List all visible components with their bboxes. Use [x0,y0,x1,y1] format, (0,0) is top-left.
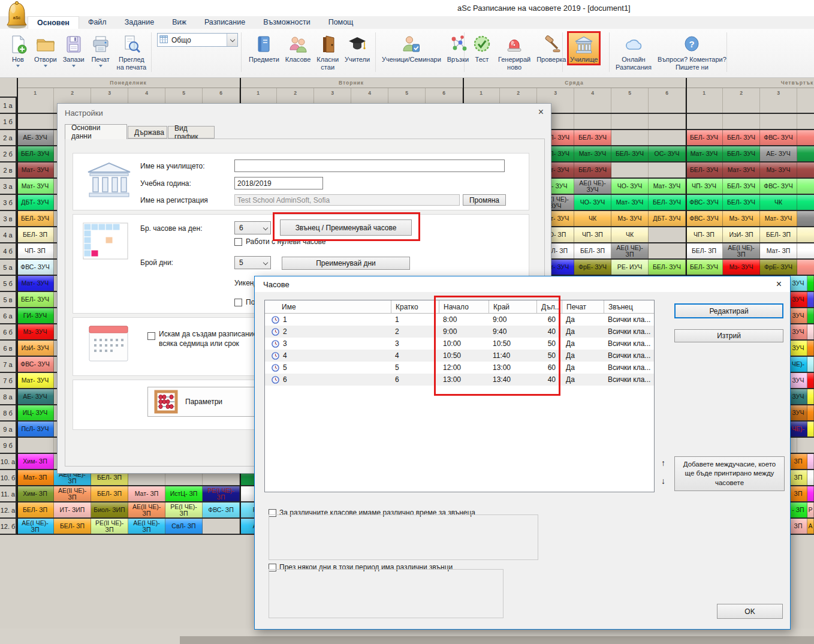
timetable-cell[interactable]: ЧП- ЗП [17,243,54,258]
door-button[interactable]: Класни стаи [313,31,342,73]
show-checkbox[interactable] [234,299,242,306]
timetable-cell[interactable] [807,324,814,339]
menu-tab-2[interactable]: Файл [79,16,116,29]
siren-button[interactable]: Генерирай ново [495,31,533,73]
timetable-cell[interactable]: ЧК [574,211,611,226]
timetable-cell[interactable]: ЧП- ЗУЧ [686,179,723,194]
question-button[interactable]: ?Въпроси? Коментари? Пишете ни [655,31,729,73]
timetable-cell[interactable]: - ЗП [789,502,807,517]
timetable-cell[interactable]: ЗУЧ [789,389,807,404]
timetable-cell[interactable]: БЕЛ- ЗУЧ [723,195,760,210]
timetable-cell[interactable] [807,486,814,501]
timetable-cell[interactable]: А [807,519,814,534]
timetable-cell[interactable]: АЕ(I ЧЕ)- ЗП [723,243,760,258]
timetable-cell[interactable]: БЕЛ- ЗУЧ [686,130,723,145]
hours-column-header[interactable]: Кратко [391,300,439,314]
timetable-cell[interactable]: Мат- ЗП [17,470,54,485]
timetable-cell[interactable] [797,227,814,242]
timetable-cell[interactable]: ИстЦ- ЗП [165,486,203,501]
timetable-cell[interactable]: АЕ- ЗУЧ [17,130,54,145]
timetable-cell[interactable]: Хим- ЗП [17,486,54,501]
add-break-button[interactable]: Добавете междучасие, което ще бъде принт… [674,456,785,491]
timetable-cell[interactable]: АЕ(I ЧЕ)- ЗП [128,519,165,534]
timetable-cell[interactable]: Мат- ЗУЧ [686,146,723,161]
school-name-input[interactable] [234,160,505,172]
timetable-cell[interactable]: РЕ(I ЧЕ)- ЗП [203,486,240,501]
timetable-cell[interactable] [807,373,814,388]
timetable-cell[interactable]: БЕЛ- ЗУЧ [611,146,649,161]
timetable-cell[interactable]: ЗУЧ [789,292,807,307]
timetable-cell[interactable] [797,195,814,210]
timetable-cell[interactable]: Мат- ЗУЧ [574,146,611,161]
timetable-cell[interactable]: РЕ(II ЧЕ)- ЗП [91,519,128,534]
timetable-cell[interactable]: ЗП [789,454,807,469]
timetable-cell[interactable]: Мат- ЗП [128,486,165,501]
timetable-cell[interactable] [797,260,814,275]
floppy-button[interactable]: Запази [60,31,88,69]
timetable-cell[interactable]: Мз- ЗУЧ [723,211,760,226]
timetable-cell[interactable]: АЕ(I ЧЕ)- ЗП [17,519,54,534]
doc-new-button[interactable]: Нов [5,31,31,69]
days-count-select[interactable]: 5 [234,256,271,269]
timetable-cell[interactable]: ЗУЧ [789,341,807,356]
menu-tab-3[interactable]: Задание [116,16,164,29]
timetable-cell[interactable]: ФВС- ЗУЧ [17,357,54,372]
timetable-cell[interactable] [797,146,814,161]
timetable-cell[interactable]: ДБТ- ЗУЧ [17,195,54,210]
timetable-cell[interactable]: БЕЛ- ЗП [17,227,54,242]
timetable-cell[interactable]: БЕЛ- ЗУЧ [17,292,54,307]
timetable-cell[interactable]: БЕЛ- ЗП [54,519,91,534]
timetable-cell[interactable]: АЕ(II ЧЕ)- ЗП [54,486,91,501]
timetable-cell[interactable]: БЕЛ- ЗУЧ [723,146,760,161]
timetable-cell[interactable]: ЧП- ЗП [686,227,723,242]
timetable-cell[interactable]: Мат- ЗП [760,243,797,258]
timetable-cell[interactable]: Мат- ЗУЧ [760,211,797,226]
timetable-cell[interactable]: ФВС- ЗУЧ [760,179,797,194]
grad-cap-button[interactable]: Учители [342,31,373,65]
dropdown-arrow-icon[interactable] [72,65,76,67]
timetable-cell[interactable] [797,179,814,194]
menu-tab-5[interactable]: Разписание [195,16,254,29]
timetable-cell[interactable]: БЕЛ- ЗУЧ [17,146,54,161]
hours-column-header[interactable]: Звънец [604,300,654,314]
timetable-cell[interactable]: ЧО- ЗУЧ [611,179,649,194]
timetable-cell[interactable] [797,211,814,226]
timetable-cell[interactable] [807,292,814,307]
timetable-cell[interactable]: БЕЛ- ЗУЧ [686,260,723,275]
links-button[interactable]: Връзки [444,31,472,65]
tab-main-data[interactable]: Основни данни [65,124,127,139]
timetable-cell[interactable]: БЕЛ- ЗП [686,243,723,258]
folder-open-button[interactable]: Отвори [31,31,60,69]
timetable-cell[interactable]: Р [807,502,814,517]
timetable-cell[interactable] [807,276,814,291]
timetable-cell[interactable] [807,454,814,469]
student-button[interactable]: Ученици/Семинари [379,31,444,65]
timetable-cell[interactable]: ОС- ЗУЧ [649,146,686,161]
timetable-cell[interactable]: РЕ(I ЧЕ)- ЗП [165,502,203,517]
settings-close-icon[interactable]: × [538,107,544,117]
timetable-cell[interactable]: ДБТ- ЗУЧ [649,211,686,226]
cloud-button[interactable]: Онлайн Разписания [613,31,655,73]
menu-tab-1[interactable]: Основен [28,16,79,29]
delete-button[interactable]: Изтрий [674,329,783,342]
timetable-cell[interactable]: БЕЛ- ЗУЧ [649,260,686,275]
timetable-cell[interactable]: АЕ(I ЧЕ)- ЗУЧ [574,179,611,194]
timetable-cell[interactable]: ФВС- ЗУЧ [17,260,54,275]
timetable-cell[interactable] [797,130,814,145]
timetable-cell[interactable]: ЧЕ)- [789,422,807,437]
timetable-cell[interactable]: ИзИ- ЗУЧ [17,341,54,356]
timetable-cell[interactable]: Мз- ЗУЧ [760,162,797,177]
timetable-cell[interactable]: ЗП [789,486,807,501]
timetable-cell[interactable]: ФВС- ЗУЧ [686,195,723,210]
view-dropdown-button[interactable] [227,34,237,46]
timetable-cell[interactable]: Мат- ЗУЧ [17,276,54,291]
timetable-cell[interactable] [807,470,814,485]
printer-button[interactable]: Печат [88,31,114,69]
timetable-cell[interactable]: ФрЕ- ЗУЧ [574,260,611,275]
timetable-cell[interactable]: Мат- ЗУЧ [723,162,760,177]
timetable-cell[interactable]: ЧО- ЗУЧ [574,195,611,210]
menu-tab-4[interactable]: Виж [163,16,195,29]
tab-schedule-type[interactable]: Вид график [168,126,215,139]
hours-column-header[interactable]: Печат [562,300,604,314]
menu-tab-6[interactable]: Възможности [254,16,319,29]
